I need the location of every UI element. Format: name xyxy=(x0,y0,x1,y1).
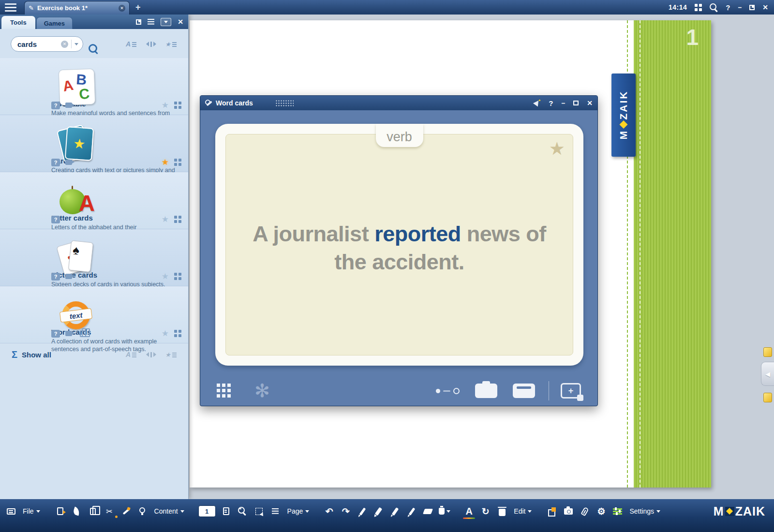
undo-icon[interactable]: ↶ xyxy=(323,505,335,518)
show-all-button[interactable]: Show all xyxy=(22,351,51,359)
open-book-icon[interactable] xyxy=(54,505,66,518)
mozaik-bookmark[interactable]: M ZAIK xyxy=(611,74,636,157)
tool-item-word-cards[interactable]: text Word cards A collection of word car… xyxy=(0,286,188,343)
page-list-icon[interactable] xyxy=(269,505,282,518)
card-favorite-star-icon[interactable]: ★ xyxy=(549,138,565,159)
search-history-icon[interactable] xyxy=(74,43,78,45)
tool-video-icon[interactable] xyxy=(65,331,72,336)
presentation-icon[interactable] xyxy=(5,505,17,518)
tool-help-icon[interactable]: ? xyxy=(51,159,60,166)
tool-help-icon[interactable]: ? xyxy=(51,273,60,281)
panel-restore-icon[interactable] xyxy=(136,19,141,25)
tool-video-icon[interactable] xyxy=(65,160,72,165)
tool-grid-icon[interactable] xyxy=(174,330,181,337)
redo-icon[interactable]: ↷ xyxy=(340,505,352,518)
tab-close-icon[interactable]: ✕ xyxy=(119,5,125,12)
clear-search-icon[interactable]: ✕ xyxy=(61,41,68,48)
feather-icon[interactable] xyxy=(71,505,83,518)
minimize-icon[interactable]: – xyxy=(738,3,742,11)
card-back-button[interactable] xyxy=(513,384,535,398)
tool-item-letter-cards[interactable]: A Letter cards Letters of the alphabet a… xyxy=(0,172,188,229)
panel-dropdown-button[interactable] xyxy=(161,18,171,26)
mozaik-logo[interactable]: M ZAIK xyxy=(714,504,769,518)
page-curl-tab-bottom[interactable] xyxy=(763,393,772,402)
ballpoint-icon[interactable] xyxy=(389,505,401,518)
ink-tools-icon[interactable] xyxy=(438,505,450,518)
side-panel-handle[interactable]: ◀ xyxy=(761,362,774,386)
pages-icon[interactable] xyxy=(87,505,99,518)
idea-lamp-icon[interactable] xyxy=(136,505,149,518)
gear-icon[interactable]: ⚙ xyxy=(595,505,607,518)
text-tool-icon[interactable]: A xyxy=(463,505,475,518)
restore-window-icon[interactable] xyxy=(749,5,755,10)
window-close-icon[interactable]: ✕ xyxy=(587,99,593,107)
tool-video-icon[interactable] xyxy=(65,103,72,108)
new-tab-button[interactable]: + xyxy=(135,2,141,13)
layers-icon[interactable] xyxy=(546,505,558,518)
camera-icon[interactable] xyxy=(562,505,574,518)
sort-favorites-button[interactable]: ★ xyxy=(163,38,179,50)
tab-tools[interactable]: Tools xyxy=(1,16,35,29)
refresh-icon[interactable]: ↻ xyxy=(479,505,491,518)
sort-alphabetical-button[interactable]: A xyxy=(123,38,139,50)
highlighter-icon[interactable] xyxy=(372,505,385,518)
file-menu[interactable]: File xyxy=(21,507,42,515)
window-minimize-icon[interactable]: – xyxy=(561,99,565,107)
sort-type-button[interactable] xyxy=(143,38,159,50)
ornament-icon[interactable]: ✻ xyxy=(254,382,270,400)
panel-list-icon[interactable] xyxy=(148,19,154,25)
favorite-star-icon[interactable]: ★ xyxy=(162,214,169,224)
page-menu[interactable]: Page xyxy=(286,507,311,515)
settings-menu[interactable]: Settings xyxy=(628,507,662,515)
page-curl-tab-top[interactable] xyxy=(763,347,772,357)
tool-video-icon[interactable] xyxy=(65,274,72,279)
favorite-star-icon[interactable]: ★ xyxy=(162,100,169,110)
tool-item-cards[interactable]: ★ Cards Creating cards with text or pict… xyxy=(0,115,188,172)
tool-help-icon[interactable]: ? xyxy=(51,330,60,338)
search-input[interactable]: cards ✕ xyxy=(11,36,83,52)
page-number-input[interactable]: 1 xyxy=(198,505,216,517)
card-front-button[interactable] xyxy=(475,384,497,398)
help-icon[interactable]: ? xyxy=(726,3,730,12)
zoom-icon[interactable] xyxy=(237,505,249,518)
edit-menu[interactable]: Edit xyxy=(512,507,533,515)
window-help-icon[interactable]: ? xyxy=(549,99,553,107)
apps-grid-icon[interactable] xyxy=(695,4,702,11)
paperclip-icon[interactable] xyxy=(579,505,591,518)
pointer-tool-icon[interactable] xyxy=(534,100,540,106)
tool-grid-icon[interactable] xyxy=(174,159,181,166)
main-menu-icon[interactable] xyxy=(5,3,16,12)
close-app-icon[interactable]: ✕ xyxy=(762,3,768,11)
drag-grip-icon[interactable] xyxy=(275,100,294,107)
tool-help-icon[interactable]: ? xyxy=(51,102,60,109)
window-titlebar[interactable]: Word cards ? – ✕ xyxy=(200,96,597,110)
scissors-icon[interactable]: ✂ xyxy=(104,505,116,518)
sliders-icon[interactable] xyxy=(611,505,624,518)
tool-item-picture-cards[interactable]: ♥ ♠ Picture cards Sixteen decks of cards… xyxy=(0,229,188,286)
card-pagination[interactable] xyxy=(436,388,460,394)
document-tab[interactable]: ✎ Exercise book 1* ✕ xyxy=(24,1,130,15)
content-menu[interactable]: Content xyxy=(153,507,186,515)
tab-games[interactable]: Games xyxy=(36,17,73,29)
pen-icon[interactable] xyxy=(356,505,368,518)
pagination-dot-next[interactable] xyxy=(453,388,460,394)
tool-copy-icon[interactable] xyxy=(80,330,86,337)
card-grid-menu-icon[interactable] xyxy=(217,384,231,398)
selection-icon[interactable] xyxy=(253,505,265,518)
tool-grid-icon[interactable] xyxy=(174,273,181,280)
pagination-dot-current[interactable] xyxy=(436,389,440,393)
favorite-star-icon[interactable]: ★ xyxy=(162,271,169,281)
sigma-icon[interactable]: Σ xyxy=(12,349,17,360)
wand-icon[interactable] xyxy=(120,505,132,518)
search-icon[interactable] xyxy=(710,3,718,12)
panel-close-icon[interactable]: ✕ xyxy=(178,18,183,26)
tool-item-abc-table[interactable]: A B C ABC table Make meaningful words an… xyxy=(0,58,188,115)
page-preview-icon[interactable] xyxy=(220,505,232,518)
new-card-button[interactable]: + xyxy=(561,383,581,399)
trash-icon[interactable] xyxy=(496,505,508,518)
tool-grid-icon[interactable] xyxy=(174,102,181,109)
favorite-star-icon[interactable]: ★ xyxy=(162,157,169,167)
window-maximize-icon[interactable] xyxy=(573,101,579,105)
eraser-icon[interactable] xyxy=(422,505,434,518)
pencil-tool-icon[interactable] xyxy=(405,505,417,518)
